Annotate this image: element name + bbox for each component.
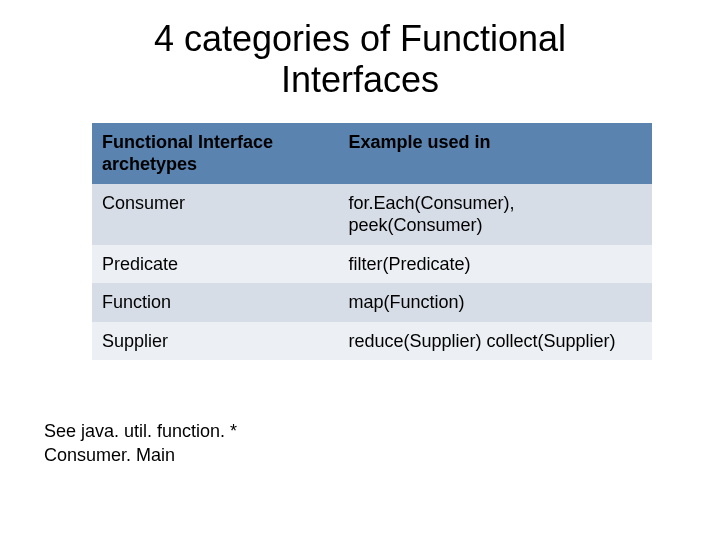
cell-example: map(Function) bbox=[338, 283, 652, 322]
cell-archetype: Function bbox=[92, 283, 338, 322]
functional-interfaces-table: Functional Interface archetypes Example … bbox=[92, 123, 652, 361]
cell-archetype: Consumer bbox=[92, 184, 338, 245]
footnote-line: See java. util. function. * bbox=[44, 420, 676, 443]
cell-archetype: Predicate bbox=[92, 245, 338, 284]
slide-title: 4 categories of Functional Interfaces bbox=[44, 18, 676, 101]
table-row: Consumer for.Each(Consumer), peek(Consum… bbox=[92, 184, 652, 245]
cell-archetype: Supplier bbox=[92, 322, 338, 361]
cell-example: reduce(Supplier) collect(Supplier) bbox=[338, 322, 652, 361]
table-header-example: Example used in bbox=[338, 123, 652, 184]
table-row: Predicate filter(Predicate) bbox=[92, 245, 652, 284]
table-row: Supplier reduce(Supplier) collect(Suppli… bbox=[92, 322, 652, 361]
cell-example: filter(Predicate) bbox=[338, 245, 652, 284]
footnote-line: Consumer. Main bbox=[44, 444, 676, 467]
footnote: See java. util. function. * Consumer. Ma… bbox=[44, 420, 676, 467]
table-row: Function map(Function) bbox=[92, 283, 652, 322]
table-header-archetypes: Functional Interface archetypes bbox=[92, 123, 338, 184]
cell-example: for.Each(Consumer), peek(Consumer) bbox=[338, 184, 652, 245]
